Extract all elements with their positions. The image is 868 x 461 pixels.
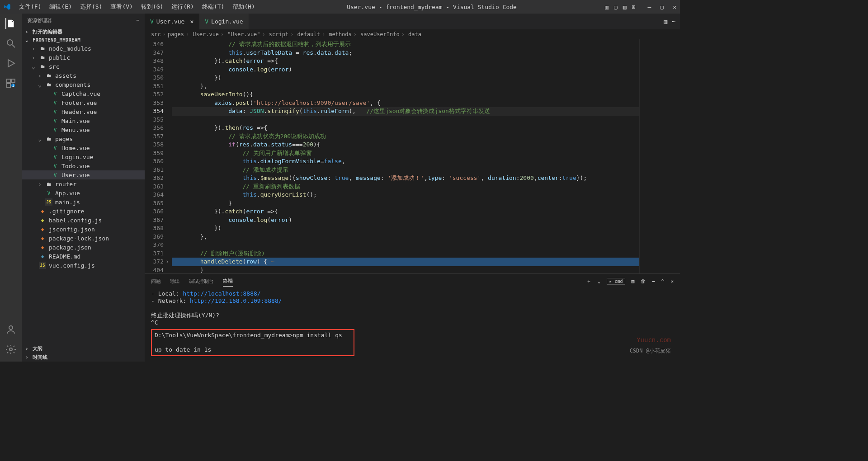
tree-item-README.md[interactable]: ◆README.md	[22, 252, 145, 261]
vscode-logo-icon	[4, 3, 11, 10]
minimap[interactable]	[639, 39, 680, 273]
sidebar-title: 资源管理器	[27, 17, 52, 24]
sidebar: 资源管理器 ⋯ ›打开的编辑器 ⌄FRONTEND_MYDREAM ›🖿node…	[22, 14, 145, 362]
maximize-panel-icon[interactable]: ^	[661, 278, 665, 284]
more-icon[interactable]: ⋯	[652, 278, 655, 284]
file-tree: ›🖿node_modules›🖿public⌄🖿src›🖿assets⌄🖿com…	[22, 44, 145, 344]
tree-item-Login.vue[interactable]: VLogin.vue	[22, 152, 145, 161]
tree-item-assets[interactable]: ›🖿assets	[22, 71, 145, 80]
timeline-section[interactable]: ›时间线	[22, 353, 145, 362]
tree-item-Captcha.vue[interactable]: VCaptcha.vue	[22, 89, 145, 98]
svg-rect-4	[7, 84, 10, 87]
tree-item-babel.config.js[interactable]: ◆babel.config.js	[22, 216, 145, 225]
tree-item-Main.vue[interactable]: VMain.vue	[22, 116, 145, 125]
breadcrumb-item[interactable]: default	[297, 31, 320, 38]
menu-go[interactable]: 转到(G)	[137, 1, 167, 13]
run-debug-icon[interactable]	[5, 58, 16, 69]
menubar: 文件(F) 编辑(E) 选择(S) 查看(V) 转到(G) 运行(R) 终端(T…	[15, 1, 259, 13]
settings-gear-icon[interactable]	[5, 344, 16, 355]
tree-item-.gitignore[interactable]: ◆.gitignore	[22, 207, 145, 216]
menu-file[interactable]: 文件(F)	[15, 1, 45, 13]
editor-area: VUser.vue✕VLogin.vue ▥ ⋯ src›pages› User…	[145, 14, 680, 362]
menu-help[interactable]: 帮助(H)	[229, 1, 258, 13]
breadcrumb-item[interactable]: data	[408, 31, 421, 38]
breadcrumb-item[interactable]: src	[151, 31, 161, 38]
new-terminal-icon[interactable]: ＋	[586, 278, 591, 285]
tree-item-Todo.vue[interactable]: VTodo.vue	[22, 161, 145, 170]
layout-icon[interactable]: ▢	[614, 4, 618, 10]
panel-tabs: 问题输出调试控制台终端 ＋ ⌄ ▸ cmd ▥ 🗑 ⋯ ^ ✕	[145, 274, 680, 288]
code-editor[interactable]: 3463473483493503513523533543553563573583…	[145, 39, 680, 273]
breadcrumb[interactable]: src›pages› User.vue› "User.vue"› script›…	[145, 29, 680, 39]
extensions-icon[interactable]: 1	[5, 78, 16, 89]
tree-item-Header.vue[interactable]: VHeader.vue	[22, 107, 145, 116]
tree-item-jsconfig.json[interactable]: ◆jsconfig.json	[22, 225, 145, 234]
svg-text:1: 1	[12, 84, 14, 88]
watermark: Yuucn.com	[637, 336, 671, 343]
tab-User.vue[interactable]: VUser.vue✕	[145, 14, 199, 29]
menu-selection[interactable]: 选择(S)	[76, 1, 106, 13]
split-editor-icon[interactable]: ▥	[664, 18, 667, 25]
terminal-output[interactable]: - Local: http://localhost:8888/ - Networ…	[145, 288, 680, 362]
project-section[interactable]: ⌄FRONTEND_MYDREAM	[22, 36, 145, 44]
tree-item-Footer.vue[interactable]: VFooter.vue	[22, 98, 145, 107]
breadcrumb-item[interactable]: script	[269, 31, 288, 38]
titlebar: 文件(F) 编辑(E) 选择(S) 查看(V) 转到(G) 运行(R) 终端(T…	[0, 0, 680, 14]
tree-item-package.json[interactable]: ◆package.json	[22, 243, 145, 252]
svg-point-0	[7, 40, 13, 45]
svg-line-1	[12, 45, 15, 47]
watermark-csdn: CSDN @小花皮猪	[630, 347, 671, 355]
menu-edit[interactable]: 编辑(E)	[46, 1, 75, 13]
bottom-panel: 问题输出调试控制台终端 ＋ ⌄ ▸ cmd ▥ 🗑 ⋯ ^ ✕ - Local:…	[145, 273, 680, 362]
minimize-icon[interactable]: —	[648, 4, 651, 10]
maximize-icon[interactable]: ▢	[660, 4, 664, 10]
explorer-icon[interactable]	[5, 18, 16, 29]
tree-item-main.js[interactable]: JSmain.js	[22, 198, 145, 207]
tree-item-Menu.vue[interactable]: VMenu.vue	[22, 125, 145, 134]
outline-section[interactable]: ›大纲	[22, 344, 145, 353]
tree-item-Home.vue[interactable]: VHome.vue	[22, 143, 145, 152]
tree-item-public[interactable]: ›🖿public	[22, 53, 145, 62]
terminal-shell-label[interactable]: ▸ cmd	[607, 278, 625, 285]
breadcrumb-item[interactable]: User.vue	[193, 31, 219, 38]
highlighted-command: D:\Tools\VueWorkSpace\frontend_mydream>n…	[151, 329, 354, 356]
svg-rect-3	[11, 79, 15, 83]
tree-item-pages[interactable]: ⌄🖿pages	[22, 134, 145, 143]
layout-icon[interactable]: ▥	[605, 4, 609, 10]
tree-item-package-lock.json[interactable]: ◆package-lock.json	[22, 234, 145, 243]
menu-view[interactable]: 查看(V)	[107, 1, 136, 13]
open-editors-section[interactable]: ›打开的编辑器	[22, 28, 145, 36]
menu-terminal[interactable]: 终端(T)	[198, 1, 228, 13]
tree-item-components[interactable]: ⌄🖿components	[22, 80, 145, 89]
panel-tab-输出[interactable]: 输出	[170, 276, 180, 287]
panel-tab-终端[interactable]: 终端	[223, 276, 233, 287]
split-terminal-icon[interactable]: ▥	[632, 278, 635, 284]
tab-Login.vue[interactable]: VLogin.vue	[199, 14, 249, 29]
more-actions-icon[interactable]: ⋯	[672, 18, 675, 25]
close-tab-icon[interactable]: ✕	[190, 18, 193, 25]
terminal-dropdown-icon[interactable]: ⌄	[598, 278, 601, 284]
layout-icon[interactable]: ▥	[623, 4, 627, 10]
close-icon[interactable]: ✕	[673, 4, 676, 10]
tree-item-node_modules[interactable]: ›🖿node_modules	[22, 44, 145, 53]
search-icon[interactable]	[5, 38, 16, 49]
breadcrumb-item[interactable]: methods	[329, 31, 352, 38]
breadcrumb-item[interactable]: "User.vue"	[227, 31, 260, 38]
tree-item-src[interactable]: ⌄🖿src	[22, 62, 145, 71]
layout-icon[interactable]: ⊞	[632, 4, 636, 10]
tree-item-vue.config.js[interactable]: JSvue.config.js	[22, 261, 145, 270]
tree-item-User.vue[interactable]: VUser.vue	[22, 170, 145, 179]
panel-tab-问题[interactable]: 问题	[151, 276, 161, 287]
more-icon[interactable]: ⋯	[136, 17, 139, 24]
breadcrumb-item[interactable]: saveUserInfo	[360, 31, 400, 38]
svg-point-8	[9, 348, 12, 351]
account-icon[interactable]	[5, 324, 16, 335]
tree-item-router[interactable]: ›🖿router	[22, 179, 145, 188]
close-panel-icon[interactable]: ✕	[670, 278, 674, 284]
svg-rect-2	[7, 79, 10, 83]
panel-tab-调试控制台[interactable]: 调试控制台	[189, 276, 214, 287]
breadcrumb-item[interactable]: pages	[168, 31, 184, 38]
tree-item-App.vue[interactable]: VApp.vue	[22, 188, 145, 198]
menu-run[interactable]: 运行(R)	[168, 1, 197, 13]
kill-terminal-icon[interactable]: 🗑	[641, 278, 646, 284]
